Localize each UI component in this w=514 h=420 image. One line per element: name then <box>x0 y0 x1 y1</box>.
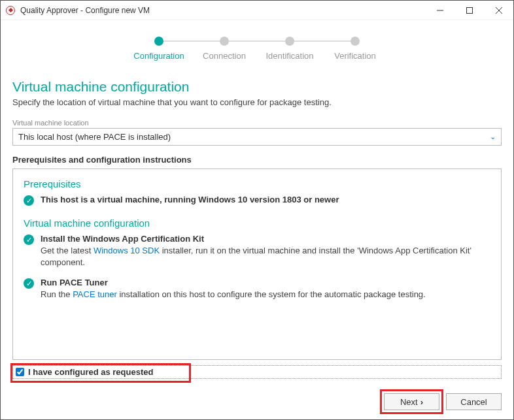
page-subheading: Specify the location of virtual machine … <box>12 97 502 107</box>
instructions-panel: Prerequisites ✓ This host is a virtual m… <box>12 169 502 360</box>
confirm-configured-label: I have configured as requested <box>28 367 153 377</box>
wizard-body: Virtual machine configuration Specify th… <box>1 67 513 385</box>
prereq-item-title: This host is a virtual machine, running … <box>41 195 490 204</box>
next-button[interactable]: Next › <box>384 393 439 410</box>
confirm-configured-checkbox[interactable] <box>16 368 24 376</box>
wizard-stepper: Configuration Connection Identification … <box>1 20 513 67</box>
vmconfig-item-wack: ✓ Install the Windows App Certification … <box>24 234 490 268</box>
app-icon <box>6 6 15 15</box>
confirm-configured-row[interactable]: I have configured as requested <box>12 365 502 379</box>
close-button[interactable] <box>484 1 513 20</box>
minimize-button[interactable] <box>425 1 454 20</box>
minimize-icon <box>437 7 443 14</box>
check-icon: ✓ <box>24 278 34 289</box>
step-dot-icon <box>285 37 294 46</box>
step-dot-icon <box>220 37 229 46</box>
vmconfig-item-desc: Get the latest Windows 10 SDK installer,… <box>41 245 490 268</box>
close-icon <box>496 7 502 14</box>
vm-location-value: This local host (where PACE is installed… <box>18 132 171 142</box>
vmconfig-heading: Virtual machine configuration <box>24 218 490 229</box>
page-heading: Virtual machine configuration <box>12 79 502 95</box>
maximize-icon <box>466 7 473 14</box>
vmconfig-item-desc: Run the PACE tuner installation on this … <box>41 289 490 300</box>
vmconfig-item-title: Run PACE Tuner <box>41 278 490 287</box>
vm-location-dropdown[interactable]: This local host (where PACE is installed… <box>12 128 502 146</box>
step-configuration[interactable]: Configuration <box>126 37 192 61</box>
chevron-right-icon: › <box>420 397 423 407</box>
chevron-down-icon: ⌄ <box>490 133 496 141</box>
prereq-item: ✓ This host is a virtual machine, runnin… <box>24 195 490 206</box>
wizard-footer: Next › Cancel <box>1 385 513 419</box>
instructions-section-label: Prerequisites and configuration instruct… <box>12 155 502 165</box>
window: Quality Approver - Configure new VM Conf… <box>0 0 514 420</box>
window-controls <box>425 1 513 20</box>
titlebar: Quality Approver - Configure new VM <box>1 1 513 20</box>
prerequisites-heading: Prerequisites <box>24 178 490 189</box>
vm-location-label: Virtual machine location <box>12 119 502 127</box>
vmconfig-item-title: Install the Windows App Certification Ki… <box>41 234 490 244</box>
windows-sdk-link[interactable]: Windows 10 SDK <box>94 246 160 255</box>
vmconfig-item-tuner: ✓ Run PACE Tuner Run the PACE tuner inst… <box>24 278 490 300</box>
window-title: Quality Approver - Configure new VM <box>20 6 150 15</box>
svg-rect-1 <box>466 7 472 13</box>
cancel-button[interactable]: Cancel <box>446 393 502 410</box>
step-dot-icon <box>154 37 163 46</box>
step-dot-icon <box>351 37 360 46</box>
check-icon: ✓ <box>24 234 34 245</box>
maximize-button[interactable] <box>454 1 484 20</box>
check-icon: ✓ <box>24 195 34 206</box>
pace-tuner-link[interactable]: PACE tuner <box>73 289 117 299</box>
